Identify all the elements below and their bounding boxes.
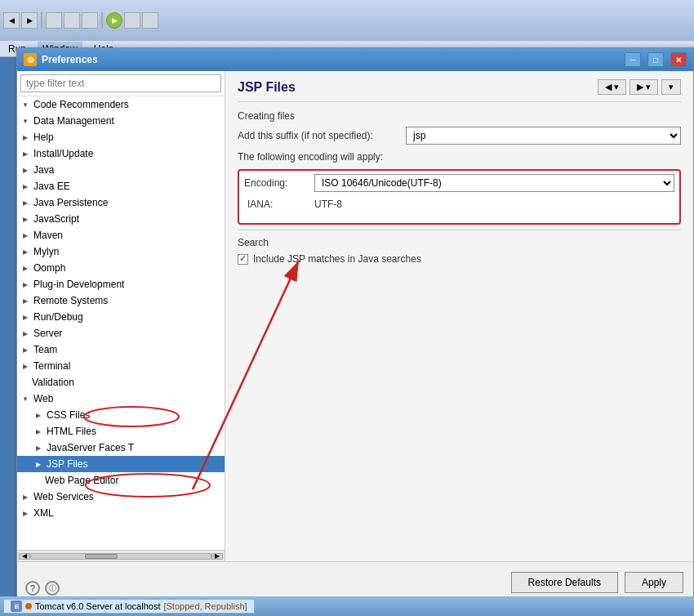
tree-arrow: ▶ [20, 345, 30, 355]
restore-defaults-button[interactable]: Restore Defaults [511, 572, 618, 593]
tree-item-html-files[interactable]: ▶ HTML Files [17, 423, 225, 440]
toolbar-icon-7[interactable] [142, 12, 158, 29]
info-icon[interactable]: ⓘ [45, 581, 60, 596]
toolbar-icon-1[interactable]: ◀ [3, 12, 20, 29]
tree-item-xml[interactable]: ▶ XML [17, 505, 225, 521]
tree-label: Terminal [33, 360, 70, 372]
tree-item-code-recommenders[interactable]: ▼ Code Recommenders [17, 96, 225, 113]
tree-label: Maven [33, 230, 63, 241]
server-status: [Stopped, Republish] [163, 601, 247, 611]
filter-input[interactable] [20, 74, 221, 92]
toolbar: ◀ ▶ ▶ [0, 0, 694, 41]
toolbar-sep-2 [101, 12, 103, 29]
tree-item-oomph[interactable]: ▶ Oomph [17, 260, 225, 276]
suffix-select[interactable]: jsp [406, 127, 681, 145]
tree-label: Server [33, 328, 62, 339]
tree-label: Mylyn [33, 246, 59, 257]
tree-label: Data Management [33, 115, 114, 127]
tree-item-web-page-editor[interactable]: Web Page Editor [17, 472, 225, 489]
dialog-title: Preferences [42, 54, 618, 65]
server-label: Tomcat v6.0 Server at localhost [35, 601, 160, 611]
tree-label: CSS Files [47, 409, 90, 421]
tree-item-web-services[interactable]: ▶ Web Services [17, 489, 225, 505]
jsp-checkbox[interactable] [238, 254, 248, 265]
tree-label: Oomph [33, 262, 65, 274]
search-label: Search [238, 237, 681, 248]
tree-label: Run/Debug [33, 311, 83, 323]
encoding-container: Encoding: ISO 10646/Unicode(UTF-8) IANA:… [238, 169, 681, 225]
tree-item-validation[interactable]: Validation [17, 374, 225, 391]
tree-item-mylyn[interactable]: ▶ Mylyn [17, 243, 225, 260]
scroll-left-btn[interactable]: ◀ [19, 553, 30, 560]
tree-label: JavaScript [33, 213, 79, 225]
tree-label: Validation [32, 377, 74, 388]
dialog-titlebar: ⚙ Preferences ─ □ ✕ [17, 48, 693, 71]
tree-arrow: ▶ [20, 149, 30, 158]
tree-item-remote-systems[interactable]: ▶ Remote Systems [17, 292, 225, 309]
tree-arrow: ▶ [20, 361, 30, 371]
tree-item-plug-in-development[interactable]: ▶ Plug-in Development [17, 276, 225, 292]
tree-item-java-persistence[interactable]: ▶ Java Persistence [17, 194, 225, 211]
close-button[interactable]: ✕ [670, 52, 687, 67]
tree-label: HTML Files [47, 426, 96, 437]
help-icon[interactable]: ? [25, 581, 40, 596]
tree-item-java[interactable]: ▶ Java [17, 162, 225, 178]
tree-label: Code Recommenders [33, 99, 129, 110]
bottom-taskbar: 🖥 Tomcat v6.0 Server at localhost [Stopp… [0, 596, 694, 616]
toolbar-icon-4[interactable] [64, 12, 80, 29]
checkbox-label: Include JSP matches in Java searches [253, 253, 421, 265]
encoding-select[interactable]: ISO 10646/Unicode(UTF-8) [314, 174, 674, 192]
scroll-thumb [85, 554, 118, 559]
scroll-right-btn[interactable]: ▶ [211, 553, 223, 560]
horizontal-scrollbar[interactable]: ◀ ▶ [17, 550, 225, 561]
tree-container[interactable]: ▼ Code Recommenders ▼ Data Management ▶ … [17, 96, 225, 550]
tree-item-team[interactable]: ▶ Team [17, 341, 225, 358]
tree-label: Web Services [33, 491, 94, 502]
tree-item-run-debug[interactable]: ▶ Run/Debug [17, 309, 225, 325]
tree-item-maven[interactable]: ▶ Maven [17, 227, 225, 243]
tree-label: JSP Files [47, 458, 87, 470]
tree-item-javaserver-faces[interactable]: ▶ JavaServer Faces T [17, 440, 225, 456]
tree-item-help[interactable]: ▶ Help [17, 129, 225, 145]
toolbar-icon-5[interactable] [82, 12, 98, 29]
encoding-note: The following encoding will apply: [238, 151, 401, 163]
tree-label: Install/Update [33, 148, 93, 159]
help-icons: ? ⓘ [25, 581, 60, 596]
maximize-button[interactable]: □ [647, 52, 664, 67]
tree-arrow: ▶ [20, 296, 30, 306]
tree-arrow: ▶ [20, 492, 30, 502]
tree-arrow: ▼ [20, 116, 30, 126]
suffix-row: Add this suffix (if not specified): jsp [238, 127, 681, 145]
nav-back-btn[interactable]: ◀ ▾ [598, 79, 626, 95]
tree-item-jsp-files[interactable]: ▶ JSP Files [17, 456, 225, 472]
tree-item-server[interactable]: ▶ Server [17, 325, 225, 341]
nav-arrows: ◀ ▾ ▶ ▾ ▾ [598, 79, 681, 95]
suffix-label: Add this suffix (if not specified): [238, 130, 401, 141]
tree-label: XML [33, 507, 54, 519]
toolbar-icon-3[interactable] [46, 12, 62, 29]
tree-item-data-management[interactable]: ▼ Data Management [17, 113, 225, 129]
tree-label: Web [33, 393, 53, 404]
apply-button[interactable]: Apply [625, 572, 683, 593]
tree-item-javascript[interactable]: ▶ JavaScript [17, 211, 225, 227]
tree-arrow: ▶ [20, 312, 30, 322]
toolbar-icon-2[interactable]: ▶ [21, 12, 38, 29]
server-status-dot [25, 603, 32, 609]
run-icon[interactable]: ▶ [106, 12, 122, 29]
toolbar-icon-6[interactable] [124, 12, 140, 29]
nav-fwd-btn[interactable]: ▶ ▾ [629, 79, 658, 95]
tree-arrow: ▶ [20, 165, 30, 175]
tree-item-terminal[interactable]: ▶ Terminal [17, 358, 225, 374]
encoding-note-row: The following encoding will apply: [238, 151, 681, 163]
iana-row: IANA: UTF-8 [244, 199, 674, 210]
tree-item-install-update[interactable]: ▶ Install/Update [17, 145, 225, 162]
server-icon: 🖥 [11, 600, 22, 612]
tree-item-css-files[interactable]: ▶ CSS Files [17, 407, 225, 423]
tree-item-java-ee[interactable]: ▶ Java EE [17, 178, 225, 194]
minimize-button[interactable]: ─ [625, 52, 641, 67]
tree-arrow: ▶ [33, 459, 43, 469]
tree-label: Java [33, 164, 54, 176]
checkbox-row: Include JSP matches in Java searches [238, 253, 681, 265]
nav-menu-btn[interactable]: ▾ [661, 79, 681, 95]
tree-item-web[interactable]: ▼ Web [17, 391, 225, 407]
